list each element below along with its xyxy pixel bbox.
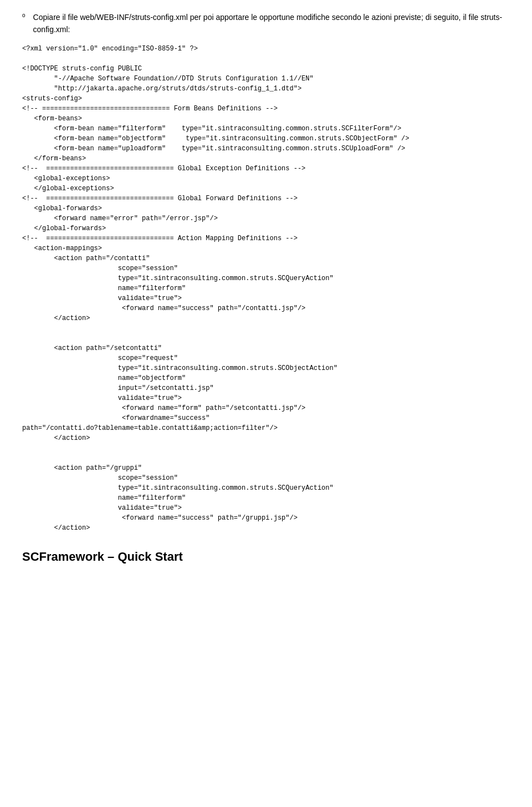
code-block: <?xml version="1.0" encoding="ISO-8859-1… [22, 44, 510, 533]
bullet-item: o Copiare il file web/WEB-INF/struts-con… [22, 11, 510, 36]
bullet-text: Copiare il file web/WEB-INF/struts-confi… [33, 11, 510, 36]
section-title: SCFramework – Quick Start [22, 550, 510, 564]
bullet-circle: o [22, 12, 25, 18]
